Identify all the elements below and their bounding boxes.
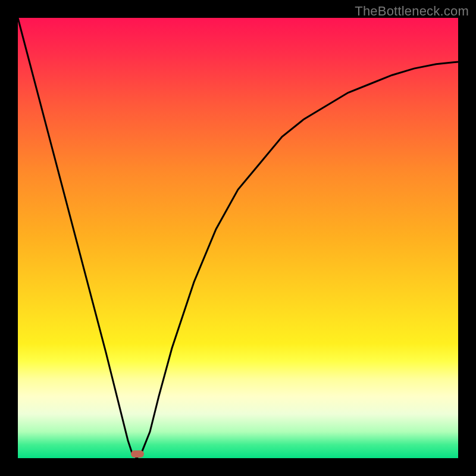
optimum-marker (131, 450, 144, 458)
bottleneck-curve (18, 18, 458, 458)
chart-plot-area (18, 18, 458, 458)
watermark-text: TheBottleneck.com (355, 4, 469, 19)
curve-path (18, 18, 458, 458)
